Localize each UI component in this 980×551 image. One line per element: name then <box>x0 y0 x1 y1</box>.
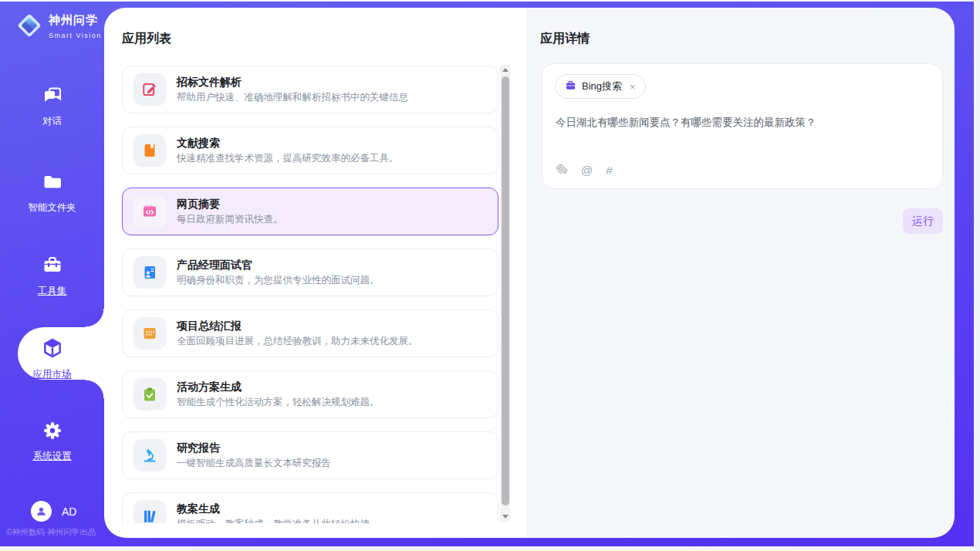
app-description: 全面回顾项目进展，总结经验教训，助力未来优化发展。 <box>177 336 418 346</box>
note-icon <box>133 317 166 350</box>
app-description: 快速精准查找学术资源，提高研究效率的必备工具。 <box>177 153 399 164</box>
sidebar-item-label: 应用市场 <box>0 368 104 381</box>
app-description: 一键智能生成高质量长文本研究报告 <box>177 458 331 468</box>
sidebar-item-label: 系统设置 <box>0 450 104 463</box>
sidebar-item-label: 智能文件夹 <box>0 201 104 215</box>
book-icon <box>133 134 166 167</box>
app-name: 网页摘要 <box>177 198 283 210</box>
app-description: 帮助用户快速、准确地理解和解析招标书中的关键信息 <box>177 92 408 103</box>
microscope-icon <box>133 439 166 472</box>
gem-logo-icon <box>15 12 43 42</box>
sidebar-item-chat[interactable]: 对话 <box>0 85 104 128</box>
app-list-scrollbar[interactable] <box>500 65 510 522</box>
tool-chip-bing-search[interactable]: Bing搜索 × <box>555 74 646 99</box>
tool-chip-label: Bing搜索 <box>582 79 622 93</box>
sidebar-footer-credit: ©神州数码·神州问学出品 <box>6 527 114 538</box>
app-card-project-summary[interactable]: 项目总结汇报 全面回顾项目进展，总结经验教训，助力未来优化发展。 <box>122 309 498 357</box>
briefcase-icon <box>42 265 63 279</box>
sidebar-item-app-market[interactable]: 应用市场 <box>0 336 104 381</box>
prompt-input-card[interactable]: Bing搜索 × 今日湖北有哪些新闻要点？有哪些需要关注的最新政策？ @ # <box>542 63 943 189</box>
close-icon[interactable]: × <box>630 81 636 93</box>
app-card-research-report[interactable]: 研究报告 一键智能生成高质量长文本研究报告 <box>122 431 498 479</box>
avatar <box>31 501 52 522</box>
user-account[interactable]: AD <box>31 501 76 522</box>
document-edit-icon <box>133 73 166 106</box>
app-detail-title: 应用详情 <box>540 31 590 47</box>
scroll-up-arrow[interactable] <box>500 65 510 75</box>
folder-icon <box>42 182 63 195</box>
app-list: 招标文件解析 帮助用户快速、准确地理解和解析招标书中的关键信息 文献搜索 快速精… <box>122 66 498 523</box>
sidebar-item-label: 对话 <box>0 115 104 128</box>
app-list-section: 应用列表 招标文件解析 帮助用户快速、准确地理解和解析招标书中的关键信息 <box>104 8 526 538</box>
main-panel: 应用列表 招标文件解析 帮助用户快速、准确地理解和解析招标书中的关键信息 <box>104 8 955 538</box>
app-card-pm-interviewer[interactable]: 产品经理面试官 明确身份和职责，为您提供专业性的面试问题。 <box>122 248 498 296</box>
user-initials: AD <box>62 505 76 518</box>
scroll-down-arrow[interactable] <box>500 512 510 522</box>
app-description: 模板驱动，教案秒成，教学准备从此轻松快捷 <box>177 519 370 523</box>
briefcase-icon <box>565 79 576 94</box>
app-card-bid-document-parse[interactable]: 招标文件解析 帮助用户快速、准确地理解和解析招标书中的关键信息 <box>122 66 498 113</box>
app-name: 招标文件解析 <box>177 76 408 88</box>
sidebar-item-smart-folder[interactable]: 智能文件夹 <box>0 171 104 215</box>
app-name: 教案生成 <box>177 503 370 515</box>
app-name: 活动方案生成 <box>177 381 380 393</box>
run-button[interactable]: 运行 <box>903 208 943 234</box>
app-card-literature-search[interactable]: 文献搜索 快速精准查找学术资源，提高研究效率的必备工具。 <box>122 127 498 174</box>
app-description: 每日政府新闻资讯快查。 <box>177 214 283 225</box>
mention-icon[interactable]: @ <box>581 164 593 177</box>
scrollbar-thumb[interactable] <box>502 76 509 505</box>
app-card-lesson-plan[interactable]: 教案生成 模板驱动，教案秒成，教学准备从此轻松快捷 <box>122 492 498 523</box>
app-name: 文献搜索 <box>177 137 399 149</box>
brand-logo: 神州问学 Smart Vision <box>15 12 102 42</box>
app-list-title: 应用列表 <box>122 31 171 47</box>
app-card-event-plan[interactable]: 活动方案生成 智能生成个性化活动方案，轻松解决规划难题。 <box>122 370 498 418</box>
query-text-input[interactable]: 今日湖北有哪些新闻要点？有哪些需要关注的最新政策？ <box>556 115 926 130</box>
app-name: 产品经理面试官 <box>177 259 380 271</box>
input-toolbar: @ # <box>556 162 613 178</box>
sidebar-item-toolset[interactable]: 工具集 <box>0 255 104 298</box>
hashtag-icon[interactable]: # <box>606 164 612 177</box>
books-icon <box>133 500 166 523</box>
app-description: 明确身份和职责，为您提供专业性的面试问题。 <box>177 275 380 286</box>
app-card-webpage-summary[interactable]: 网页摘要 每日政府新闻资讯快查。 <box>122 188 498 235</box>
app-name: 研究报告 <box>177 442 331 454</box>
chat-icon <box>42 96 63 109</box>
clipboard-check-icon <box>133 378 166 411</box>
app-detail-section: 应用详情 Bing搜索 × 今日湖北有哪些新闻要点？有哪些需要关注的最新政策？ <box>526 8 955 538</box>
app-description: 智能生成个性化活动方案，轻松解决规划难题。 <box>177 397 380 407</box>
brand-name: 神州问学 <box>49 13 98 26</box>
webpage-code-icon <box>133 195 166 228</box>
brand-subtitle: Smart Vision <box>49 32 102 39</box>
paperclip-icon[interactable] <box>556 162 568 178</box>
app-name: 项目总结汇报 <box>177 320 418 332</box>
gear-icon <box>42 431 63 444</box>
sidebar-item-settings[interactable]: 系统设置 <box>0 420 104 463</box>
cube-icon <box>41 349 64 362</box>
interview-doc-icon <box>133 256 166 289</box>
sidebar-item-label: 工具集 <box>0 285 104 298</box>
